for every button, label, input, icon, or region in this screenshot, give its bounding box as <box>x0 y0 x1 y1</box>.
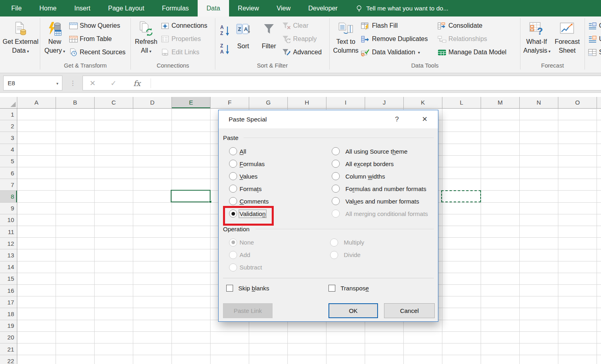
row-header-2[interactable]: 2 <box>0 120 17 132</box>
column-header-F[interactable]: F <box>211 97 249 108</box>
tab-data[interactable]: Data <box>198 0 229 16</box>
name-box[interactable]: E8 ▾ <box>3 76 62 90</box>
ungroup-button[interactable]: U <box>588 33 601 45</box>
row-header-14[interactable]: 14 <box>0 261 17 273</box>
column-header-N[interactable]: N <box>520 97 558 108</box>
recent-sources-button[interactable]: Recent Sources <box>68 47 126 58</box>
radio-values-and-number-formats[interactable] <box>332 197 340 205</box>
paste-link-button[interactable]: Paste Link <box>223 303 273 318</box>
edit-links-button[interactable]: Edit Links <box>160 47 199 58</box>
column-header-D[interactable]: D <box>133 97 172 108</box>
row-header-11[interactable]: 11 <box>0 226 17 238</box>
formula-bar-splitter[interactable]: ⋮ <box>68 76 77 90</box>
tab-home[interactable]: Home <box>31 0 66 16</box>
data-validation-button[interactable]: Data Validation ▾ <box>361 47 420 58</box>
skip-blanks-checkbox[interactable]: Skip blanks <box>226 284 269 292</box>
from-table-button[interactable]: From Table <box>68 33 112 45</box>
tab-file[interactable]: File <box>2 0 31 16</box>
row-header-4[interactable]: 4 <box>0 144 17 156</box>
tab-insert[interactable]: Insert <box>65 0 99 16</box>
column-header-G[interactable]: G <box>249 97 288 108</box>
radio-all-except-borders[interactable] <box>332 160 340 168</box>
option-row[interactable]: Column widths <box>332 172 385 180</box>
row-header-18[interactable]: 18 <box>0 308 17 320</box>
transpose-box[interactable] <box>328 285 335 292</box>
tab-review[interactable]: Review <box>229 0 268 16</box>
cancel-entry-icon[interactable]: ✕ <box>83 76 102 90</box>
row-header-10[interactable]: 10 <box>0 214 17 226</box>
radio-all-using-source-theme[interactable] <box>332 147 340 155</box>
filter-button[interactable]: Filter <box>258 17 280 60</box>
radio-formats[interactable] <box>229 185 237 193</box>
show-queries-button[interactable]: Show Queries <box>68 20 120 31</box>
row-header-20[interactable]: 20 <box>0 332 17 343</box>
row-header-17[interactable]: 17 <box>0 296 17 308</box>
name-box-caret-icon[interactable]: ▾ <box>56 81 58 86</box>
formula-input[interactable] <box>151 76 601 90</box>
row-header-6[interactable]: 6 <box>0 167 17 179</box>
connections-button[interactable]: Connections <box>160 20 207 31</box>
consolidate-button[interactable]: Consolidate <box>437 20 483 31</box>
close-icon[interactable] <box>417 110 433 128</box>
row-header-13[interactable]: 13 <box>0 249 17 261</box>
radio-values[interactable] <box>229 172 237 180</box>
ok-button[interactable]: OK <box>328 303 378 318</box>
column-header-E[interactable]: E <box>172 97 211 108</box>
reapply-filter-button[interactable]: Reapply <box>282 33 317 45</box>
column-header-J[interactable]: J <box>365 97 404 108</box>
what-if-analysis-button[interactable]: ? What-If Analysis▾ <box>523 17 550 60</box>
option-row[interactable]: All except borders <box>332 160 394 168</box>
row-header-9[interactable]: 9 <box>0 203 17 214</box>
option-row[interactable]: Values <box>229 172 258 180</box>
row-header-22[interactable]: 22 <box>0 355 17 364</box>
tell-me-box[interactable]: Tell me what you want to do... <box>355 0 448 16</box>
radio-comments[interactable] <box>229 197 237 205</box>
sort-button[interactable]: Z A Sort <box>233 17 254 60</box>
row-header-12[interactable]: 12 <box>0 238 17 249</box>
group-button[interactable]: G <box>588 20 601 31</box>
option-row[interactable]: Values and number formats <box>332 197 419 205</box>
column-header-H[interactable]: H <box>288 97 326 108</box>
column-header-C[interactable]: C <box>95 97 133 108</box>
advanced-filter-button[interactable]: Advanced <box>282 47 322 58</box>
confirm-entry-icon[interactable]: ✓ <box>104 76 123 90</box>
skip-blanks-box[interactable] <box>226 285 233 292</box>
sort-za-button[interactable]: Z A <box>219 41 231 56</box>
select-all-corner[interactable] <box>0 97 17 109</box>
column-header-A[interactable]: A <box>17 97 56 108</box>
radio-formulas-and-number-formats[interactable] <box>332 185 340 193</box>
option-row[interactable]: Formulas <box>229 160 265 168</box>
option-row[interactable]: Comments <box>229 197 269 205</box>
tab-view[interactable]: View <box>268 0 299 16</box>
help-button[interactable]: ? <box>391 110 403 128</box>
option-row[interactable]: All using Source theme <box>332 147 407 155</box>
manage-data-model-button[interactable]: Manage Data Model <box>437 47 506 58</box>
properties-button[interactable]: Properties <box>160 33 201 45</box>
radio-column-widths[interactable] <box>332 172 340 180</box>
row-header-16[interactable]: 16 <box>0 285 17 296</box>
remove-duplicates-button[interactable]: Remove Duplicates <box>361 33 428 45</box>
column-header-I[interactable]: I <box>326 97 365 108</box>
row-header-21[interactable]: 21 <box>0 343 17 355</box>
column-header-K[interactable]: K <box>404 97 442 108</box>
tab-formulas[interactable]: Formulas <box>153 0 198 16</box>
clear-filter-button[interactable]: Clear <box>282 20 308 31</box>
forecast-sheet-button[interactable]: Forecast Sheet <box>552 17 582 60</box>
new-query-button[interactable]: New Query▾ <box>41 17 68 60</box>
option-row[interactable]: All <box>229 147 246 155</box>
get-external-data-button[interactable]: Get External Data▾ <box>2 17 39 60</box>
insert-function-icon[interactable]: fx <box>126 76 147 90</box>
subtotal-button[interactable]: S <box>588 47 601 58</box>
radio-all[interactable] <box>229 147 237 155</box>
refresh-all-button[interactable]: Refresh All▾ <box>132 17 160 60</box>
row-header-19[interactable]: 19 <box>0 320 17 332</box>
column-header-L[interactable]: L <box>442 97 481 108</box>
sort-az-button[interactable]: A Z <box>219 23 231 37</box>
fill-handle[interactable] <box>209 200 212 203</box>
row-header-8[interactable]: 8 <box>0 191 17 202</box>
row-header-5[interactable]: 5 <box>0 156 17 167</box>
radio-formulas[interactable] <box>229 160 237 168</box>
row-header-1[interactable]: 1 <box>0 109 17 120</box>
row-header-3[interactable]: 3 <box>0 132 17 144</box>
option-row[interactable]: Formulas and number formats <box>332 185 426 193</box>
